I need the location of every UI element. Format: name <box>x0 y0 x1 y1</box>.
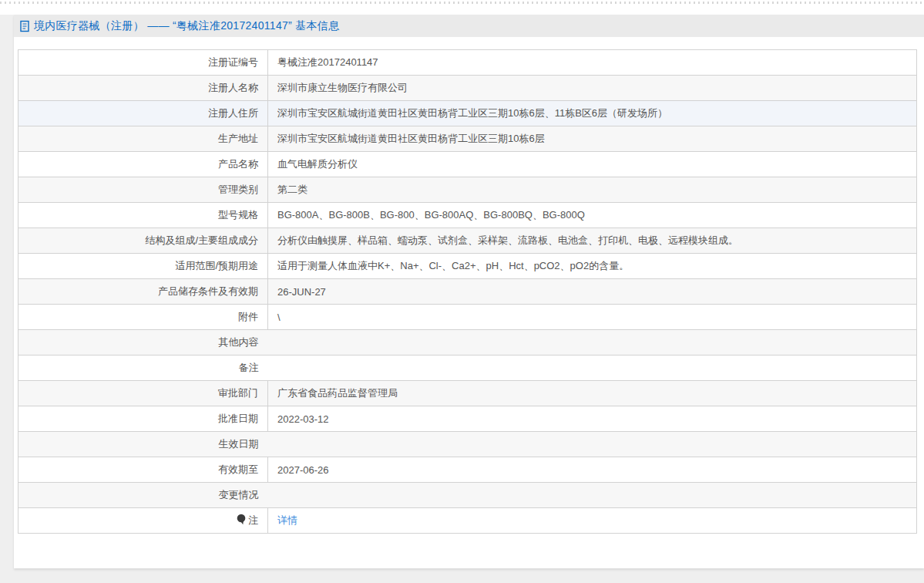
row-label-text: 生产地址 <box>218 133 258 144</box>
row-label-text: 其他内容 <box>219 336 259 348</box>
row-value-text: 2022-03-12 <box>277 413 329 425</box>
table-row: 产品储存条件及有效期26-JUN-27 <box>18 279 917 305</box>
row-value: BG-800A、BG-800B、BG-800、BG-800AQ、BG-800BQ… <box>268 203 917 228</box>
table-row: 备注 <box>18 356 917 381</box>
table-row: 其他内容 <box>18 330 917 356</box>
row-value-text: 粤械注准20172401147 <box>277 56 378 68</box>
row-label-text: 附件 <box>238 311 258 322</box>
row-label: 生效日期 <box>18 432 268 457</box>
table-row: 注册人名称深圳市康立生物医疗有限公司 <box>18 76 917 101</box>
row-label-text: 结构及组成/主要组成成分 <box>145 234 258 246</box>
row-value: 26-JUN-27 <box>268 279 917 305</box>
table-row: 生效日期 <box>18 432 917 457</box>
row-label: 其他内容 <box>18 330 268 356</box>
row-label-text: 批准日期 <box>218 413 258 424</box>
table-row: 审批部门广东省食品药品监督管理局 <box>18 381 917 406</box>
row-label-text: 有效期至 <box>218 463 258 475</box>
row-label: 附件 <box>18 305 268 330</box>
table-row: 适用范围/预期用途适用于测量人体血液中K+、Na+、Cl-、Ca2+、pH、Hc… <box>18 254 917 279</box>
table-row: 型号规格BG-800A、BG-800B、BG-800、BG-800AQ、BG-8… <box>18 203 917 228</box>
row-label: 注 <box>18 508 268 534</box>
row-value-text: 第二类 <box>277 184 307 195</box>
row-value: 深圳市康立生物医疗有限公司 <box>268 76 917 101</box>
row-label: 管理类别 <box>18 177 268 203</box>
row-value <box>268 483 917 508</box>
row-value-text: BG-800A、BG-800B、BG-800、BG-800AQ、BG-800BQ… <box>277 209 585 221</box>
row-value-text: 血气电解质分析仪 <box>277 158 358 170</box>
row-label-text: 注 <box>248 514 258 526</box>
row-label: 有效期至 <box>18 457 268 483</box>
row-value: 广东省食品药品监督管理局 <box>268 381 917 406</box>
row-value-text: 分析仪由触摸屏、样品箱、蠕动泵、试剂盒、采样架、流路板、电池盒、打印机、电极、远… <box>277 234 738 246</box>
row-value: 深圳市宝安区航城街道黄田社区黄田杨背工业区三期10栋6层、11栋B区6层（研发场… <box>268 101 917 126</box>
row-label-text: 产品名称 <box>218 158 258 170</box>
row-value: 适用于测量人体血液中K+、Na+、Cl-、Ca2+、pH、Hct、pCO2、pO… <box>268 254 917 279</box>
row-label: 注册人名称 <box>18 76 268 101</box>
comment-icon <box>237 514 246 527</box>
row-value <box>268 432 917 457</box>
row-value: 详情 <box>268 508 917 534</box>
row-value: 第二类 <box>268 177 917 203</box>
row-label-text: 产品储存条件及有效期 <box>158 285 258 297</box>
row-label: 审批部门 <box>18 381 268 406</box>
row-label-text: 适用范围/预期用途 <box>175 260 258 271</box>
row-value-text: 适用于测量人体血液中K+、Na+、Cl-、Ca2+、pH、Hct、pCO2、pO… <box>277 260 629 271</box>
table-row: 注详情 <box>18 508 917 534</box>
content-container: 境内医疗器械（注册） —— “粤械注准20172401147” 基本信息 注册证… <box>14 15 924 568</box>
row-label: 注册证编号 <box>18 50 268 76</box>
row-value <box>268 330 917 356</box>
row-label-text: 审批部门 <box>218 387 258 399</box>
row-value: 粤械注准20172401147 <box>268 50 917 76</box>
row-label: 注册人住所 <box>18 101 268 126</box>
page-background: 境内医疗器械（注册） —— “粤械注准20172401147” 基本信息 注册证… <box>0 15 924 583</box>
section-header-bar: 境内医疗器械（注册） —— “粤械注准20172401147” 基本信息 <box>14 15 924 37</box>
row-value: 分析仪由触摸屏、样品箱、蠕动泵、试剂盒、采样架、流路板、电池盒、打印机、电极、远… <box>268 228 917 254</box>
top-dotted-border <box>0 0 924 6</box>
table-row: 附件\ <box>18 305 917 330</box>
row-value-text: 深圳市宝安区航城街道黄田社区黄田杨背工业区三期10栋6层、11栋B区6层（研发场… <box>277 107 667 119</box>
row-value: \ <box>268 305 917 330</box>
row-label-text: 备注 <box>239 362 259 373</box>
row-label: 结构及组成/主要组成成分 <box>18 228 268 254</box>
row-value: 2027-06-26 <box>268 457 917 483</box>
row-label: 备注 <box>18 356 268 381</box>
row-label: 产品储存条件及有效期 <box>18 279 268 305</box>
row-value: 血气电解质分析仪 <box>268 152 917 177</box>
row-label-text: 生效日期 <box>219 438 259 450</box>
table-row: 结构及组成/主要组成成分分析仪由触摸屏、样品箱、蠕动泵、试剂盒、采样架、流路板、… <box>18 228 917 254</box>
row-label-text: 注册人名称 <box>208 82 258 93</box>
row-value-text: 2027-06-26 <box>277 464 329 476</box>
row-value <box>268 356 917 381</box>
page-title: 境内医疗器械（注册） —— “粤械注准20172401147” 基本信息 <box>34 19 339 33</box>
row-label-text: 型号规格 <box>218 209 258 221</box>
row-label: 型号规格 <box>18 203 268 228</box>
table-row: 有效期至2027-06-26 <box>18 457 917 483</box>
row-value-text: 26-JUN-27 <box>277 286 326 298</box>
row-value: 2022-03-12 <box>268 406 917 432</box>
row-label: 批准日期 <box>18 406 268 432</box>
registration-info-table: 注册证编号粤械注准20172401147注册人名称深圳市康立生物医疗有限公司注册… <box>18 49 917 534</box>
document-icon <box>19 20 30 32</box>
table-row: 生产地址深圳市宝安区航城街道黄田社区黄田杨背工业区三期10栋6层 <box>18 126 917 152</box>
details-link[interactable]: 详情 <box>277 514 297 526</box>
row-label: 生产地址 <box>18 126 268 152</box>
row-label: 变更情况 <box>18 483 268 508</box>
row-label-text: 管理类别 <box>218 184 258 195</box>
row-value-text: 广东省食品药品监督管理局 <box>277 387 398 399</box>
row-label-text: 注册证编号 <box>208 56 258 68</box>
table-row: 产品名称血气电解质分析仪 <box>18 152 917 177</box>
table-row: 注册人住所深圳市宝安区航城街道黄田社区黄田杨背工业区三期10栋6层、11栋B区6… <box>18 101 917 126</box>
row-label-text: 注册人住所 <box>208 107 258 119</box>
table-row: 注册证编号粤械注准20172401147 <box>18 50 917 76</box>
row-label: 适用范围/预期用途 <box>18 254 268 279</box>
row-value: 深圳市宝安区航城街道黄田社区黄田杨背工业区三期10栋6层 <box>268 126 917 152</box>
row-label: 产品名称 <box>18 152 268 177</box>
table-row: 管理类别第二类 <box>18 177 917 203</box>
table-row: 变更情况 <box>18 483 917 508</box>
row-label-text: 变更情况 <box>219 489 259 500</box>
row-value-text: 深圳市宝安区航城街道黄田社区黄田杨背工业区三期10栋6层 <box>277 133 545 144</box>
table-row: 批准日期2022-03-12 <box>18 406 917 432</box>
row-value-text: \ <box>277 312 281 323</box>
row-value-text: 深圳市康立生物医疗有限公司 <box>277 82 408 93</box>
